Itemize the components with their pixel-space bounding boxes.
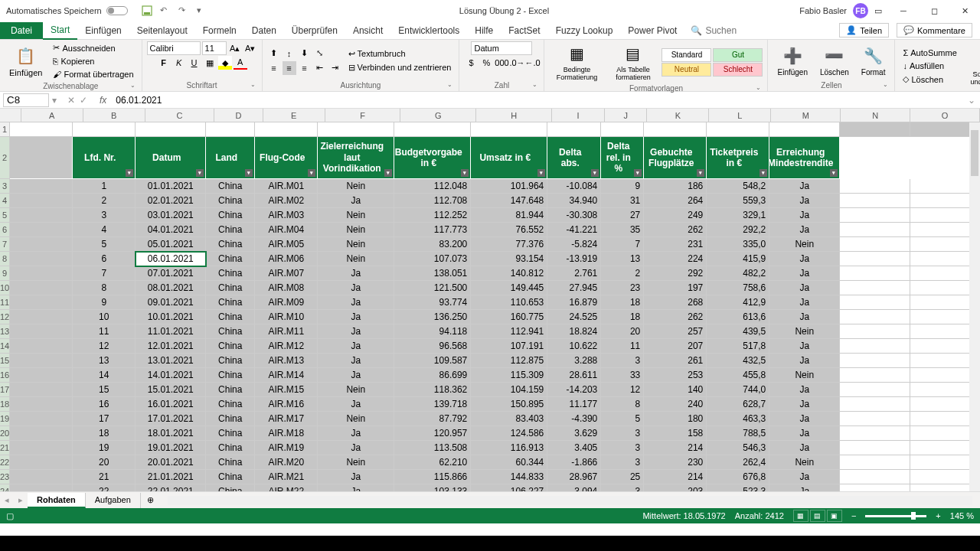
cell[interactable]: [10, 137, 73, 179]
style-standard[interactable]: Standard: [662, 48, 711, 62]
cell[interactable]: [840, 470, 910, 484]
cell[interactable]: [10, 179, 73, 194]
thousands-icon[interactable]: 000: [495, 56, 508, 70]
record-macro-icon[interactable]: ▢: [6, 511, 14, 521]
zoom-level[interactable]: 145 %: [950, 511, 974, 520]
cell[interactable]: 118.362: [394, 383, 471, 397]
cell[interactable]: China: [206, 194, 255, 208]
cut-button[interactable]: ✂Ausschneiden: [50, 41, 136, 54]
cell[interactable]: China: [206, 252, 255, 266]
cell[interactable]: 86.699: [394, 368, 471, 383]
cell[interactable]: 180: [644, 412, 707, 426]
cell[interactable]: AIR.M12: [255, 339, 318, 354]
cell[interactable]: China: [206, 266, 255, 281]
row-header-13[interactable]: 13: [0, 324, 10, 339]
cell[interactable]: Ja: [769, 383, 840, 397]
cell[interactable]: 33: [601, 368, 644, 383]
cell[interactable]: 94.118: [394, 324, 471, 339]
col-header-C[interactable]: C: [145, 109, 215, 122]
cell[interactable]: 138.051: [394, 266, 471, 281]
cell[interactable]: 03.01.2021: [136, 208, 206, 223]
row-header-15[interactable]: 15: [0, 354, 10, 368]
cell[interactable]: Ja: [769, 426, 840, 441]
cell[interactable]: 115.309: [471, 368, 547, 383]
cell[interactable]: 18: [601, 295, 644, 310]
cell[interactable]: -1.866: [547, 455, 601, 470]
col-header-D[interactable]: D: [214, 109, 263, 122]
cell[interactable]: 482,2: [707, 266, 769, 281]
cell[interactable]: Ja: [318, 441, 394, 455]
cell[interactable]: 517,8: [707, 339, 769, 354]
cell[interactable]: 35: [601, 223, 644, 237]
table-header[interactable]: Flug-Code: [255, 137, 318, 179]
cell[interactable]: 257: [644, 324, 707, 339]
cell[interactable]: [644, 122, 707, 137]
cell[interactable]: Ja: [318, 339, 394, 354]
tab-formeln[interactable]: Formeln: [195, 22, 244, 39]
cell[interactable]: 09.01.2021: [136, 295, 206, 310]
cell[interactable]: Ja: [318, 194, 394, 208]
cell[interactable]: 463,3: [707, 412, 769, 426]
zoom-in-button[interactable]: +: [936, 511, 940, 520]
tab-factset[interactable]: FactSet: [501, 22, 547, 39]
col-header-J[interactable]: J: [605, 109, 647, 122]
grow-font-icon[interactable]: A▴: [228, 41, 242, 55]
cell[interactable]: 04.01.2021: [136, 223, 206, 237]
cell[interactable]: 07.01.2021: [136, 266, 206, 281]
cell[interactable]: [840, 295, 910, 310]
align-mid-icon[interactable]: ↕: [283, 47, 296, 60]
border-icon[interactable]: ▦: [203, 56, 217, 70]
cell[interactable]: 107.191: [471, 339, 547, 354]
table-header[interactable]: Gebuchte Flugplätze: [644, 137, 707, 179]
cell[interactable]: 24.525: [547, 310, 601, 324]
cell[interactable]: Ja: [769, 223, 840, 237]
cell[interactable]: 149.445: [471, 281, 547, 295]
cell[interactable]: China: [206, 208, 255, 223]
cell[interactable]: 17.01.2021: [136, 412, 206, 426]
cell[interactable]: AIR.M11: [255, 324, 318, 339]
cell[interactable]: [10, 412, 73, 426]
cell[interactable]: [10, 484, 73, 491]
save-icon[interactable]: [142, 5, 152, 16]
redo-icon[interactable]: ↷: [178, 5, 189, 16]
cell[interactable]: 11: [601, 339, 644, 354]
cell[interactable]: [840, 223, 910, 237]
cell[interactable]: AIR.M03: [255, 208, 318, 223]
font-name-select[interactable]: [147, 41, 201, 55]
cell[interactable]: Ja: [769, 441, 840, 455]
cell[interactable]: China: [206, 426, 255, 441]
cell[interactable]: 546,3: [707, 441, 769, 455]
cell[interactable]: 3.094: [547, 484, 601, 491]
cell[interactable]: 27.945: [547, 281, 601, 295]
cell[interactable]: [840, 252, 910, 266]
row-header-20[interactable]: 20: [0, 426, 10, 441]
align-bot-icon[interactable]: ⬇: [298, 47, 312, 60]
tab-einfügen[interactable]: Einfügen: [77, 22, 129, 39]
cell[interactable]: China: [206, 412, 255, 426]
cell[interactable]: China: [206, 354, 255, 368]
underline-button[interactable]: U: [188, 56, 201, 70]
cell[interactable]: 4: [73, 223, 136, 237]
cell[interactable]: 3: [601, 455, 644, 470]
cell[interactable]: 264: [644, 194, 707, 208]
fill-button[interactable]: ↓Ausfüllen: [900, 60, 959, 72]
cell[interactable]: AIR.M14: [255, 368, 318, 383]
fx-icon[interactable]: fx: [95, 95, 111, 106]
table-header[interactable]: Erreichung Mindestrendite: [769, 137, 840, 179]
row-header-17[interactable]: 17: [0, 383, 10, 397]
cell[interactable]: [601, 122, 644, 137]
cell[interactable]: AIR.M15: [255, 383, 318, 397]
align-center-icon[interactable]: ≡: [283, 61, 296, 75]
cell[interactable]: 9: [601, 179, 644, 194]
user-avatar[interactable]: FB: [853, 3, 868, 18]
cell[interactable]: [840, 194, 910, 208]
cell[interactable]: 268: [644, 295, 707, 310]
cell[interactable]: 214: [644, 441, 707, 455]
insert-cells-button[interactable]: ➕Einfügen: [773, 44, 812, 78]
cell[interactable]: [547, 122, 601, 137]
cell[interactable]: [255, 122, 318, 137]
cell[interactable]: 124.586: [471, 426, 547, 441]
clear-button[interactable]: ◇Löschen: [900, 73, 959, 86]
cell[interactable]: China: [206, 179, 255, 194]
close-button[interactable]: ✕: [949, 0, 980, 21]
